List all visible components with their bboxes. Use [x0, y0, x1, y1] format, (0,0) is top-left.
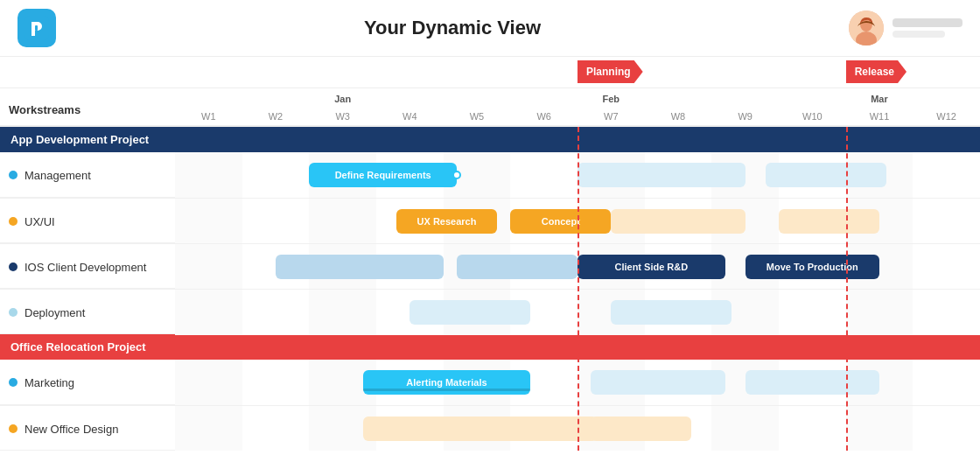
week-header-w6: W6 — [510, 88, 578, 125]
bar-marketing-feb2 — [746, 370, 879, 395]
bar-concept[interactable]: Concept — [510, 209, 611, 234]
week-header-w5: W5 — [444, 88, 511, 125]
workstream-office-design: New Office Design — [0, 423, 175, 436]
workstream-ios: IOS Client Development — [0, 261, 175, 274]
week-header-w1: W1 — [175, 88, 242, 125]
week-header-w11: Mar W11 — [846, 88, 914, 125]
workstream-deployment: Deployment — [0, 306, 175, 319]
bar-deployment-jan — [410, 300, 530, 325]
bar-marketing-feb1 — [591, 370, 724, 395]
week-header-w9: W9 — [711, 88, 779, 125]
page-title: Your Dynamic View — [364, 17, 541, 39]
bar-deployment-feb — [611, 300, 732, 325]
dot-office-design — [9, 424, 18, 433]
dot-marketing — [9, 378, 18, 387]
row-deployment: Deployment — [0, 289, 980, 334]
bar-client-side-rd[interactable]: Client Side R&D — [578, 255, 725, 279]
logo[interactable] — [18, 9, 56, 47]
bar-ios-jan2 — [457, 255, 578, 279]
row-marketing: Marketing Alerting Materials — [0, 360, 980, 405]
bar-detail — [363, 388, 531, 391]
row-management: Management Define Requirements — [0, 152, 980, 198]
section-office-relocation: Office Relocation Project — [0, 334, 980, 360]
bar-mgmt-feb2 — [766, 163, 886, 187]
week-header-w4: W4 — [376, 88, 444, 125]
bar-ios-jan1 — [276, 255, 444, 279]
week-header-w3: Jan W3 — [309, 88, 376, 125]
week-header-w10: W10 — [779, 88, 846, 125]
week-header-w12: W12 — [913, 88, 980, 125]
section-app-dev: App Development Project — [0, 127, 980, 152]
bar-define-requirements[interactable]: Define Requirements — [309, 163, 457, 187]
workstream-uxui: UX/UI — [0, 215, 175, 228]
user-area — [849, 10, 962, 46]
header: Your Dynamic View — [0, 0, 980, 57]
row-office-design: New Office Design — [0, 405, 980, 451]
dot-ios — [9, 262, 18, 271]
dot-deployment — [9, 308, 18, 317]
row-ios: IOS Client Development Client Side R&D — [0, 243, 980, 289]
bar-mgmt-feb1 — [578, 163, 746, 187]
workstreams-header: Workstreams — [0, 88, 175, 125]
user-name — [892, 18, 962, 27]
bar-move-production[interactable]: Move To Production — [746, 255, 879, 279]
bar-office-feb — [591, 416, 691, 441]
week-header-w2: W2 — [242, 88, 310, 125]
bar-alerting-materials[interactable]: Alerting Materials — [363, 370, 531, 395]
row-uxui: UX/UI UX Research — [0, 198, 980, 243]
dot-uxui — [9, 217, 18, 226]
dot-management — [9, 171, 18, 179]
bar-uxui-feb2 — [779, 209, 879, 234]
planning-milestone: Planning — [578, 60, 643, 83]
bar-office-jan — [363, 416, 598, 441]
user-subtitle — [892, 31, 945, 38]
column-headers: Workstreams W1 W2 Jan W3 W4 W5 W6 Feb W7… — [0, 88, 980, 127]
release-milestone: Release — [846, 60, 906, 83]
bar-uxui-feb1 — [611, 209, 745, 234]
gantt-chart: Planning Release Workstreams W1 W2 Jan W… — [0, 57, 980, 451]
bar-ux-research[interactable]: UX Research — [396, 209, 497, 234]
gantt-body: App Development Project Management — [0, 127, 980, 451]
workstream-marketing: Marketing — [0, 376, 175, 389]
app-container: Your Dynamic View — [0, 0, 980, 451]
svg-rect-1 — [35, 25, 38, 31]
avatar — [849, 10, 884, 46]
week-header-w7: Feb W7 — [578, 88, 645, 125]
week-header-w8: W8 — [645, 88, 712, 125]
connector-dot-1 — [452, 171, 461, 179]
workstream-management: Management — [0, 169, 175, 182]
